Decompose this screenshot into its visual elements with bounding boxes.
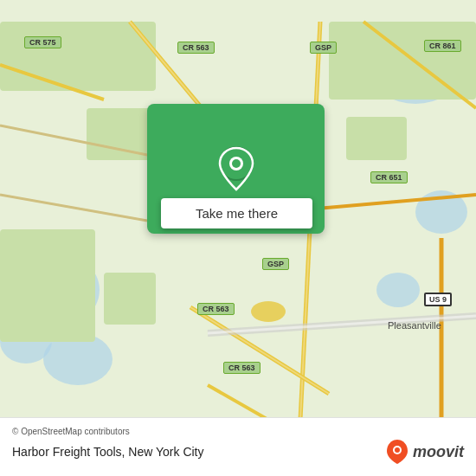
location-name: Harbor Freight Tools, New York City — [12, 445, 204, 459]
svg-rect-6 — [0, 22, 156, 91]
road-label-gsp-mid: GSP — [262, 258, 289, 270]
map-roads — [0, 0, 476, 476]
svg-point-32 — [232, 159, 241, 168]
road-label-cr861: CR 861 — [424, 40, 461, 52]
road-label-gsp-top: GSP — [310, 42, 337, 54]
svg-point-28 — [251, 301, 286, 322]
svg-line-22 — [0, 195, 147, 221]
road-label-cr651: CR 651 — [370, 171, 408, 183]
copyright-text: © OpenStreetMap contributors — [12, 427, 464, 436]
map-container: CR 575 CR 563 GSP CR 651 CR 861 GSP CR 5… — [0, 0, 476, 476]
moovit-logo: moovit — [383, 438, 464, 466]
svg-rect-8 — [87, 108, 156, 160]
svg-rect-7 — [329, 22, 476, 100]
svg-point-34 — [395, 447, 400, 453]
road-label-cr563-bot: CR 563 — [223, 362, 261, 374]
road-label-us9: US 9 — [424, 293, 452, 306]
svg-rect-11 — [104, 273, 156, 325]
location-pin-icon — [215, 145, 257, 193]
svg-point-5 — [376, 273, 420, 307]
moovit-brand-text: moovit — [413, 443, 464, 461]
road-label-cr563-mid: CR 563 — [197, 303, 235, 315]
place-label-pleasantville: Pleasantville — [388, 320, 441, 331]
svg-rect-10 — [0, 229, 95, 342]
moovit-pin-icon — [383, 438, 411, 466]
svg-rect-9 — [346, 117, 407, 160]
svg-line-15 — [299, 22, 320, 454]
road-label-cr575: CR 575 — [24, 36, 61, 48]
take-me-there-button[interactable]: Take me there — [161, 198, 312, 228]
road-label-cr563-top: CR 563 — [177, 42, 215, 54]
bottom-bar: © OpenStreetMap contributors Harbor Frei… — [0, 417, 476, 476]
location-row: Harbor Freight Tools, New York City moov… — [12, 438, 464, 466]
